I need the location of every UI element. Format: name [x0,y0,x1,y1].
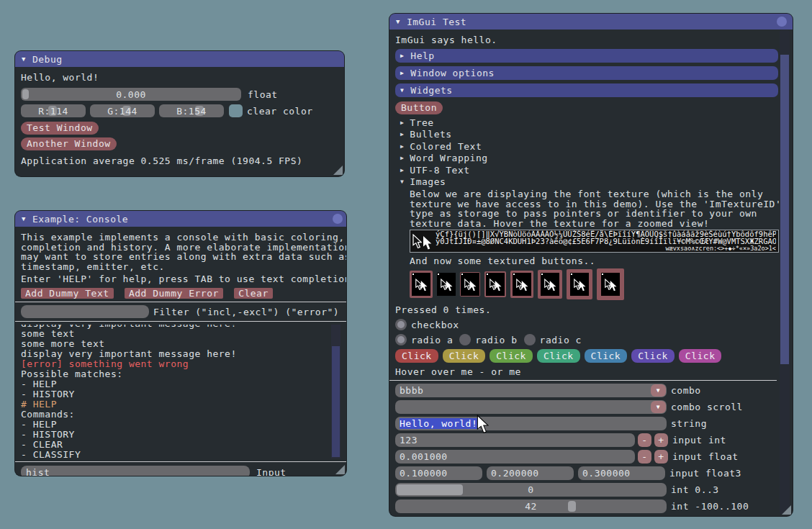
collapse-arrow-icon[interactable]: ▼ [396,18,400,25]
collapse-button[interactable] [777,17,787,27]
radio-button[interactable] [524,334,536,345]
image-button[interactable] [410,271,433,298]
float-slider[interactable]: 4.132 [395,516,667,517]
collapse-arrow-icon[interactable]: ▼ [22,55,26,63]
click-button[interactable]: Click [631,349,675,363]
checkbox-label: checkbox [411,320,459,330]
decrement-button[interactable]: - [638,433,651,447]
cursor-filled-icon [423,235,432,250]
hover-text[interactable]: Hover over me - or me [395,367,787,377]
command-input-label: Input [256,467,287,477]
click-button[interactable]: Click [490,349,533,363]
description-line: texture we have access to in this demo).… [410,199,787,209]
tree-node-colored-text[interactable]: ▶ Colored Text [395,140,787,153]
tree-node-utf8-text[interactable]: ▶ UTF-8 Text [395,164,787,176]
float3-input-y[interactable]: 0.200000 [487,466,574,480]
click-button[interactable]: Click [679,349,722,363]
resize-grip[interactable] [335,465,345,474]
image-button[interactable] [538,270,562,299]
resize-grip[interactable] [333,166,343,175]
tree-node-word-wrapping[interactable]: ▶ Word Wrapping [395,153,787,165]
imgui-test-title-bar[interactable]: ▼ ImGui Test [389,14,793,30]
glyph-row: wævxsao∧zcren:<>+◆÷*«×»3a2o>1< [436,245,776,252]
cursor-texture-image [601,273,620,296]
another-window-button[interactable]: Another Window [21,137,117,150]
radio-b[interactable]: radio b [459,334,517,345]
float-slider[interactable]: 0.000 [21,88,241,101]
console-log[interactable]: display very important message here! som… [21,325,340,458]
collapse-arrow-icon[interactable]: ▼ [22,215,26,222]
filter-input[interactable] [21,305,149,318]
radio-button[interactable] [459,334,471,345]
cursor-filled-icon [495,280,502,291]
header-widgets[interactable]: ▼ Widgets [395,83,778,97]
checkbox[interactable] [395,319,407,330]
scrollbar-grab[interactable] [332,346,340,457]
tree-node-tree[interactable]: ▶ Tree [395,117,787,129]
click-button[interactable]: Click [585,349,628,363]
hello-text: ImGui says hello. [395,35,787,45]
increment-button[interactable]: + [654,433,668,447]
intro-line: timestamp, emitter, etc. [21,262,340,272]
image-button[interactable] [484,271,506,297]
font-texture-image[interactable]: ýÇf}{üj()[]‖X√ŸBÑòÙöóÄÂÀÁÒ½¼ÙÚŽŠ8éÊ/å\ÈÞ… [410,230,779,253]
click-button[interactable]: Click [537,349,580,363]
combo-box[interactable]: bbbb ▼ [395,384,667,397]
int-range-slider[interactable]: 42 [395,499,667,513]
image-button[interactable] [510,271,533,298]
combo-arrow-button[interactable]: ▼ [651,384,666,397]
collapse-button[interactable] [333,214,343,224]
string-input[interactable]: Hello, world! [395,417,667,430]
float3-input-x[interactable]: 0.100000 [395,466,482,480]
float-input-value: 0.001000 [400,451,448,462]
clear-color-swatch[interactable] [229,104,243,117]
window-scrollbar[interactable] [780,30,790,514]
cursor-texture-image [541,273,559,296]
combo-scroll-box[interactable]: ▼ [395,400,667,414]
float-input[interactable]: 0.001000 [395,450,635,464]
scrollbar-grab[interactable] [780,55,789,364]
tree-node-bullets[interactable]: ▶ Bullets [395,129,787,141]
window-title: Example: Console [32,214,128,225]
add-dummy-error-button[interactable]: Add Dummy Error [125,288,223,299]
add-dummy-text-button[interactable]: Add Dummy Text [21,288,114,299]
image-button[interactable] [597,268,624,300]
header-window-options[interactable]: ▶ Window options [395,66,778,80]
debug-title-bar[interactable]: ▼ Debug [15,51,344,67]
log-line-command: # HELP [21,399,328,410]
chevron-right-icon: ▶ [400,167,404,173]
test-window-button[interactable]: Test Window [21,122,99,135]
float3-value: 0.100000 [400,468,448,479]
int-slider[interactable]: 0 [395,483,667,497]
click-button[interactable]: Click [443,349,486,363]
glyph-row: ÿ0JtIJÍÐ¤±@8ØNC4KDUH1Þ23?àëö@¢£5E6F7P8¿9… [436,238,776,245]
button-widget[interactable]: Button [395,101,443,114]
log-scrollbar[interactable] [331,325,340,458]
radio-c[interactable]: radio c [524,334,582,345]
clear-button[interactable]: Clear [234,288,273,299]
click-button[interactable]: Click [395,349,438,363]
int-input[interactable]: 123 [395,433,635,447]
image-button[interactable] [567,269,592,299]
slider-grab[interactable] [568,501,576,512]
radio-button[interactable] [395,334,407,345]
header-help[interactable]: ▶ Help [395,49,778,63]
slider-r[interactable]: R:114 [21,104,86,117]
increment-button[interactable]: + [654,450,668,464]
console-title-bar[interactable]: ▼ Example: Console [15,211,346,227]
image-button[interactable] [437,273,456,296]
chevron-right-icon: ▶ [400,119,404,126]
slider-grab[interactable] [22,89,29,99]
image-button[interactable] [460,272,480,297]
resize-grip[interactable] [782,505,791,515]
tree-node-images[interactable]: ▼ Images [395,176,787,189]
float3-input-z[interactable]: 0.300000 [578,466,665,480]
slider-grab[interactable] [397,484,463,495]
slider-g[interactable]: G:144 [90,104,155,117]
slider-b[interactable]: B:154 [159,104,224,117]
radio-a[interactable]: radio a [395,334,453,345]
combo-arrow-button[interactable]: ▼ [651,401,666,413]
decrement-button[interactable]: - [638,450,651,464]
hello-text: Hello, world! [21,73,338,83]
command-input[interactable]: hist [21,466,250,476]
